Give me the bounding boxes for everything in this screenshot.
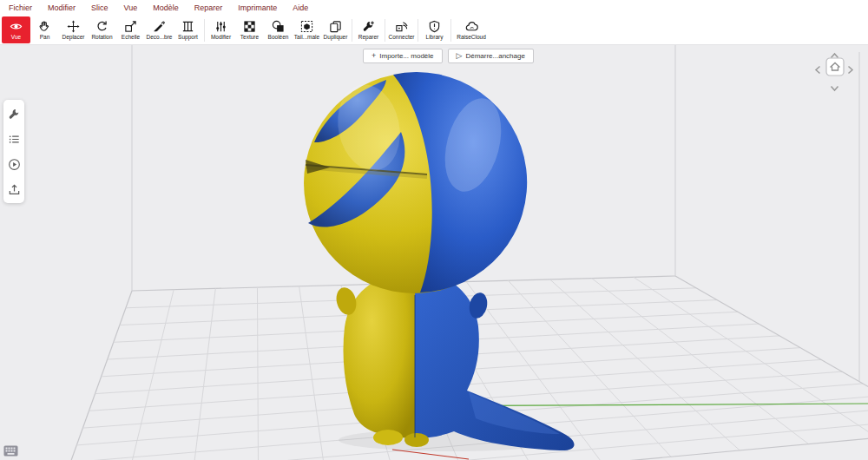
rotate-right-button[interactable] [847, 62, 854, 78]
rotate-down-button[interactable] [830, 80, 839, 95]
toolbar-button-label: Echelle [122, 34, 140, 40]
toolbar-button-label: Connecter [389, 34, 415, 40]
toolbar-button-label: Pan [40, 34, 50, 40]
chevron-left-icon [814, 65, 821, 75]
toolbar-button-connecter[interactable]: Connecter [387, 16, 416, 43]
toolbar-button-library[interactable]: Library [420, 16, 449, 43]
list-icon [8, 133, 21, 146]
menu-fichier[interactable]: Fichier [9, 3, 32, 12]
boolean-shapes-icon [272, 20, 285, 33]
menu-vue[interactable]: Vue [124, 3, 138, 12]
view-navigation-widget [811, 47, 858, 92]
toolbar-button-support[interactable]: Support [174, 16, 202, 43]
rotate-icon [95, 20, 108, 33]
toolbar-button-vue[interactable]: Vue [2, 16, 30, 43]
menu-slice[interactable]: Slice [91, 3, 108, 12]
viewport-3d[interactable]: + Importe... modèle ▷ Démarre...anchage [0, 45, 868, 460]
main-toolbar: Vue Pan Deplacer Rotation Echelle Deco..… [0, 16, 868, 45]
toolbar-button-label: Booléen [268, 34, 289, 40]
play-outline-icon: ▷ [457, 52, 463, 60]
import-model-button[interactable]: + Importe... modèle [363, 49, 443, 63]
scale-icon [124, 20, 137, 33]
connect-icon [395, 20, 408, 33]
settings-wrench-button[interactable] [7, 107, 21, 121]
max-size-icon [300, 20, 313, 33]
menu-reparer[interactable]: Reparer [194, 3, 223, 12]
start-slicing-button[interactable]: ▷ Démarre...anchage [448, 49, 534, 63]
left-tool-panel [3, 100, 24, 203]
model-list-button[interactable] [7, 132, 21, 146]
toolbar-button-booleen[interactable]: Booléen [264, 16, 293, 43]
viewport-actions: + Importe... modèle ▷ Démarre...anchage [363, 49, 534, 63]
home-view-button[interactable] [825, 57, 845, 80]
toolbar-button-raisecloud[interactable]: RaiseCloud [453, 16, 490, 43]
toolbar-separator [204, 19, 205, 42]
eye-icon [10, 20, 23, 33]
chevron-down-icon [830, 85, 839, 92]
toolbar-button-label: Support [178, 34, 198, 40]
sliders-icon [214, 20, 227, 33]
toolbar-button-deplacer[interactable]: Deplacer [59, 16, 88, 43]
menu-aide[interactable]: Aide [293, 3, 308, 12]
import-model-label: Importe... modèle [379, 52, 433, 60]
home-icon [825, 57, 845, 76]
support-icon [181, 20, 194, 33]
wrench-icon [8, 108, 21, 121]
toolbar-button-label: Library [426, 34, 444, 40]
toolbar-button-label: RaiseCloud [457, 34, 486, 40]
move-icon [67, 20, 80, 33]
plus-icon: + [372, 52, 376, 60]
toolbar-separator [385, 19, 385, 42]
toolbar-separator [352, 19, 352, 42]
checkerboard-icon [243, 20, 256, 33]
toolbar-separator [418, 19, 418, 42]
toolbar-button-taille-maximale[interactable]: Tail...male [293, 16, 321, 43]
toolbar-button-reparer[interactable]: Reparer [354, 16, 383, 43]
toolbar-button-label: Modifier [211, 34, 231, 40]
toolbar-button-texture[interactable]: Texture [235, 16, 264, 43]
menu-bar: Fichier Modifier Slice Vue Modèle Repare… [0, 0, 868, 16]
wrench-plus-icon [362, 20, 375, 33]
toolbar-button-label: Reparer [358, 34, 378, 40]
menu-imprimante[interactable]: Imprimante [238, 3, 277, 12]
rotate-left-button[interactable] [814, 62, 821, 78]
toolbar-button-label: Rotation [91, 34, 112, 40]
cloud-icon [465, 20, 478, 33]
toolbar-button-decoupe-libre[interactable]: Deco...bre [145, 16, 174, 43]
toolbar-separator [450, 19, 451, 42]
upload-icon [8, 183, 21, 196]
hand-icon [38, 20, 51, 33]
toolbar-button-dupliquer[interactable]: Dupliquer [321, 16, 350, 43]
menu-modele[interactable]: Modèle [153, 3, 179, 12]
play-circle-icon [8, 158, 21, 171]
start-slicing-label: Démarre...anchage [465, 52, 524, 60]
toolbar-button-label: Tail...male [294, 34, 319, 40]
toolbar-button-label: Dupliquer [324, 34, 348, 40]
toolbar-button-echelle[interactable]: Echelle [116, 16, 145, 43]
chevron-right-icon [847, 65, 854, 75]
knife-icon [153, 20, 166, 33]
toolbar-button-label: Deplacer [62, 34, 84, 40]
toolbar-button-rotation[interactable]: Rotation [88, 16, 116, 43]
menu-modifier[interactable]: Modifier [48, 3, 76, 12]
shield-icon [428, 20, 441, 33]
export-button[interactable] [7, 182, 21, 196]
keyboard-icon [3, 445, 18, 457]
preview-play-button[interactable] [7, 157, 21, 171]
toolbar-button-label: Texture [240, 34, 259, 40]
keyboard-shortcuts-button[interactable] [3, 444, 18, 456]
toolbar-button-label: Deco...bre [147, 34, 173, 40]
toolbar-button-pan[interactable]: Pan [30, 16, 59, 43]
toolbar-button-modifier[interactable]: Modifier [207, 16, 235, 43]
scene-canvas [0, 45, 868, 460]
duplicate-icon [329, 20, 342, 33]
toolbar-button-label: Vue [11, 34, 21, 40]
